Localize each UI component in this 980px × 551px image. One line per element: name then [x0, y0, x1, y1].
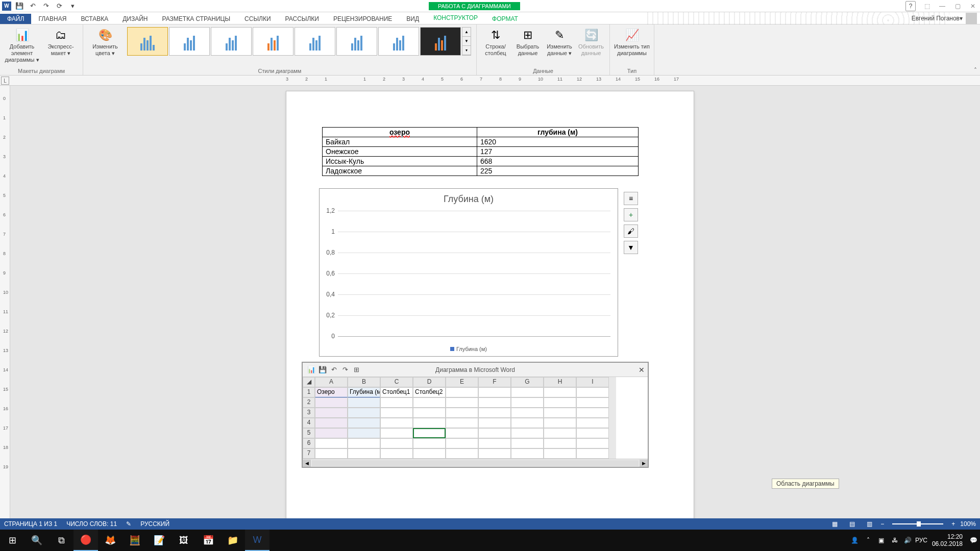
tray-chevron-icon[interactable]: ˄: [862, 530, 875, 551]
read-mode-icon[interactable]: ▦: [828, 519, 841, 529]
collapse-ribbon-icon[interactable]: ˄: [974, 67, 977, 74]
cell[interactable]: [315, 438, 348, 448]
help-icon[interactable]: ?: [905, 1, 916, 11]
print-layout-icon[interactable]: ▤: [846, 519, 858, 529]
chart-elements-button[interactable]: +: [624, 208, 638, 221]
chart-plot-area[interactable]: 1,2 1 0,8 0,6 0,4 0,2 0: [338, 211, 610, 337]
cell[interactable]: [478, 387, 511, 397]
sheet-save-button[interactable]: 💾: [317, 365, 328, 375]
tab-review[interactable]: РЕЦЕНЗИРОВАНИЕ: [326, 14, 399, 24]
row-header[interactable]: 6: [303, 438, 315, 448]
tab-file[interactable]: ФАЙЛ: [0, 14, 31, 24]
ribbon-display-icon[interactable]: ⬚: [920, 1, 934, 11]
cell[interactable]: [576, 428, 609, 438]
row-header[interactable]: 4: [303, 418, 315, 428]
sheet-select-all[interactable]: ◢: [303, 377, 315, 387]
chart-title[interactable]: Глубина (м): [322, 191, 616, 211]
cell[interactable]: [576, 397, 609, 408]
cell[interactable]: [478, 397, 511, 408]
app-icon-2[interactable]: 🖼: [172, 530, 196, 551]
cell-selected[interactable]: [413, 428, 446, 438]
battery-icon[interactable]: ▣: [875, 530, 888, 551]
tab-mailings[interactable]: РАССЫЛКИ: [278, 14, 326, 24]
edit-data-button[interactable]: ✎ Изменить данные ▾: [545, 26, 574, 57]
cell[interactable]: [478, 438, 511, 448]
cell[interactable]: [413, 418, 446, 428]
cell[interactable]: [380, 448, 413, 459]
tab-constructor[interactable]: КОНСТРУКТОР: [426, 13, 485, 24]
zoom-slider[interactable]: [892, 523, 943, 524]
cell[interactable]: [544, 448, 576, 459]
switch-row-col-button[interactable]: ⇅ Строка/столбец: [481, 26, 510, 57]
notifications-icon[interactable]: 💬: [967, 530, 980, 551]
cell[interactable]: [576, 387, 609, 397]
cell[interactable]: [380, 418, 413, 428]
people-icon[interactable]: 👤: [848, 530, 862, 551]
undo-button[interactable]: ↶: [28, 2, 38, 11]
sheet-hscroll[interactable]: ◀ ▶: [303, 459, 648, 467]
save-button[interactable]: 💾: [14, 2, 24, 11]
cell[interactable]: [511, 418, 544, 428]
zoom-in-button[interactable]: +: [951, 520, 955, 528]
col-header[interactable]: G: [511, 377, 544, 387]
explorer-icon[interactable]: 📁: [220, 530, 245, 551]
cell[interactable]: [544, 418, 576, 428]
sheet-excel-button[interactable]: ⊞: [351, 365, 362, 375]
task-view-icon[interactable]: ⧉: [49, 530, 74, 551]
cell[interactable]: [446, 428, 478, 438]
tab-home[interactable]: ГЛАВНАЯ: [31, 14, 74, 24]
row-header[interactable]: 5: [303, 428, 315, 438]
sheet-redo-button[interactable]: ↷: [339, 365, 351, 375]
chart-style-7[interactable]: [378, 27, 419, 56]
gallery-more-button[interactable]: ▲▼▾: [462, 27, 471, 56]
chart-style-2[interactable]: [169, 27, 210, 56]
cell[interactable]: [413, 448, 446, 459]
qat-more-icon[interactable]: ▾: [67, 2, 78, 11]
col-header[interactable]: F: [478, 377, 511, 387]
chart-style-4[interactable]: [253, 27, 293, 56]
cell[interactable]: [380, 428, 413, 438]
cell[interactable]: [511, 438, 544, 448]
tab-design[interactable]: ДИЗАЙН: [115, 14, 155, 24]
search-icon[interactable]: 🔍: [24, 530, 49, 551]
sheet-close-button[interactable]: ✕: [639, 366, 645, 374]
cell[interactable]: [315, 418, 348, 428]
input-lang[interactable]: РУС: [915, 530, 928, 551]
firefox-icon[interactable]: 🦊: [98, 530, 122, 551]
cell[interactable]: [576, 408, 609, 418]
zoom-out-button[interactable]: −: [880, 520, 884, 528]
cell[interactable]: [315, 397, 348, 408]
cell[interactable]: [544, 397, 576, 408]
cell[interactable]: [446, 397, 478, 408]
word-count[interactable]: ЧИСЛО СЛОВ: 11: [66, 520, 117, 528]
add-chart-element-button[interactable]: 📊 Добавить элемент диаграммы ▾: [4, 26, 40, 64]
start-button[interactable]: ⊞: [0, 530, 24, 551]
cell[interactable]: [544, 387, 576, 397]
col-header[interactable]: B: [348, 377, 380, 387]
cell[interactable]: Столбец2: [413, 387, 446, 397]
scroll-right-icon[interactable]: ▶: [640, 460, 648, 467]
cell[interactable]: Столбец1: [380, 387, 413, 397]
col-header[interactable]: C: [380, 377, 413, 387]
cell[interactable]: [446, 418, 478, 428]
cell[interactable]: [315, 448, 348, 459]
change-colors-button[interactable]: 🎨 Изменить цвета ▾: [87, 26, 123, 57]
row-header[interactable]: 2: [303, 397, 315, 408]
chart-legend[interactable]: Глубина (м): [322, 346, 616, 352]
cell[interactable]: [576, 448, 609, 459]
network-icon[interactable]: 🖧: [888, 530, 901, 551]
horizontal-ruler[interactable]: L 3211234567891011121314151617: [0, 76, 980, 86]
select-data-button[interactable]: ⊞ Выбрать данные: [513, 26, 542, 57]
app-icon[interactable]: 📝: [147, 530, 172, 551]
proofing-icon[interactable]: ✎: [126, 520, 131, 528]
row-header[interactable]: 7: [303, 448, 315, 459]
cell[interactable]: [544, 428, 576, 438]
tab-view[interactable]: ВИД: [399, 14, 426, 24]
cell[interactable]: [413, 397, 446, 408]
scroll-left-icon[interactable]: ◀: [303, 460, 311, 467]
chart-style-5[interactable]: [295, 27, 335, 56]
calendar-icon[interactable]: 📅: [196, 530, 220, 551]
row-header[interactable]: 3: [303, 408, 315, 418]
chart-styles-button[interactable]: 🖌: [624, 224, 638, 238]
chart-style-3[interactable]: [211, 27, 252, 56]
